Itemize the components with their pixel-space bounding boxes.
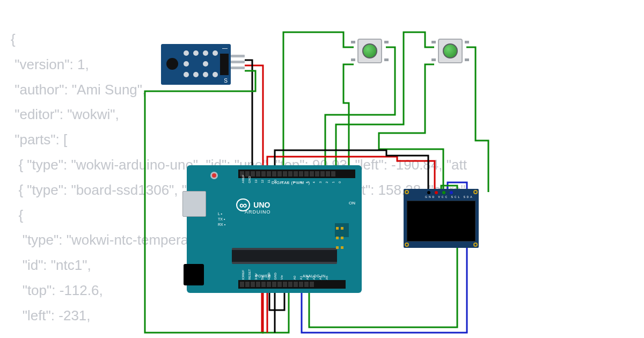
reset-button[interactable] (210, 172, 218, 179)
pushbutton-2[interactable] (435, 35, 466, 67)
icsp-header-icon (335, 223, 349, 237)
pcb-hole-icon (213, 50, 218, 56)
arduino-subtitle: ARDUINO (245, 209, 271, 215)
atmega-chip-icon (232, 248, 337, 264)
pcb-hole-icon (193, 72, 199, 77)
mounting-hole-icon (473, 190, 478, 194)
mounting-hole-icon (405, 190, 409, 194)
oled-pin-labels: GND VCC SCL SDA (425, 195, 474, 199)
ntc-pins (231, 55, 245, 69)
pcb-hole-icon (203, 61, 208, 67)
button-cap-icon (362, 43, 377, 58)
pcb-hole-icon (203, 72, 208, 77)
mounting-hole-icon (473, 243, 478, 247)
on-label: ON (349, 201, 355, 205)
oled-ssd1306-display[interactable]: GND VCC SCL SDA (404, 189, 479, 248)
power-analog-pin-labels: IOREFRESET3.3V5VGNDGNDVinA0A1A2A3A4A5 (240, 276, 329, 279)
arduino-uno-board[interactable]: ∞UNO ARDUINO DIGITAL (PWM ~) POWER ANALO… (187, 165, 362, 293)
oled-screen (407, 201, 475, 241)
mounting-hole-icon (405, 243, 409, 247)
ntc-temperature-sensor[interactable]: — S (161, 44, 231, 85)
pcb-hole-icon (193, 50, 199, 56)
oled-pin-header[interactable] (427, 191, 453, 194)
digital-pin-header[interactable] (238, 170, 355, 178)
barrel-jack-icon (184, 264, 204, 285)
pcb-hole-icon (184, 72, 189, 77)
button-cap-icon (443, 43, 458, 58)
ntc-minus-label: — (222, 45, 228, 51)
pcb-hole-icon (184, 50, 189, 56)
pushbutton-1[interactable] (354, 35, 385, 67)
digital-pin-labels: AREFGND131211109876543210 (240, 179, 342, 182)
pin-header-icon (220, 54, 229, 75)
power-analog-pin-header[interactable] (238, 280, 346, 289)
txrx-labels: L ▪ TX ▪ RX ▪ (218, 211, 225, 227)
thermistor-bead-icon (166, 58, 178, 70)
pcb-hole-icon (213, 72, 218, 77)
usb-port-icon (182, 191, 206, 217)
pcb-hole-icon (184, 61, 189, 67)
ntc-s-label: S (224, 78, 228, 84)
pcb-hole-icon (203, 50, 208, 56)
